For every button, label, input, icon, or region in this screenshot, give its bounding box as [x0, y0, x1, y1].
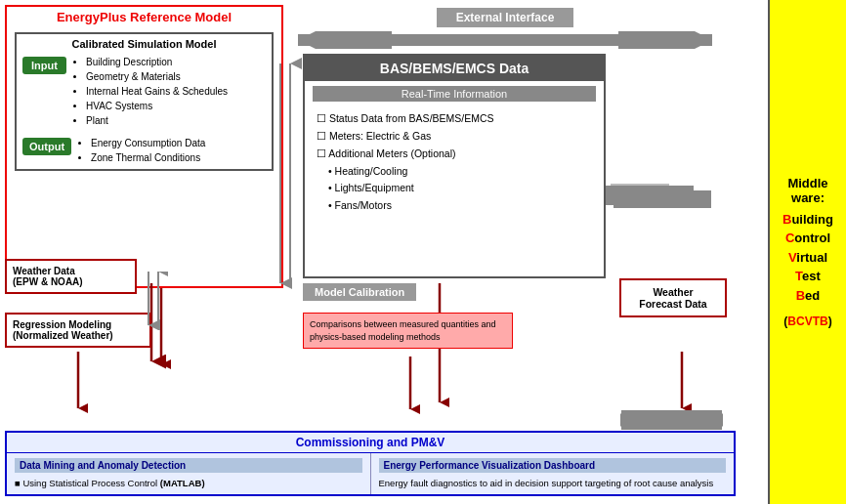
bas-bullet-3: • Fans/Motors	[317, 197, 592, 215]
forecast-comm-arrow	[672, 352, 692, 415]
calibrated-sim-box: Calibrated Simulation Model Input Buildi…	[15, 32, 274, 171]
middleware-bed: Bed	[783, 286, 833, 306]
weather-forecast-line1: Weather	[629, 286, 717, 298]
weather-data-box: Weather Data (EPW & NOAA)	[5, 259, 137, 294]
commissioning-left-title: Data Mining and Anomaly Detection	[15, 458, 362, 473]
commissioning-right-title: Energy Performance Visualization Dashboa…	[379, 458, 727, 473]
commissioning-left: Data Mining and Anomaly Detection ■ Usin…	[7, 453, 371, 494]
external-interface-label: External Interface	[437, 8, 574, 27]
middleware-title: Middle ware:	[775, 176, 841, 205]
commissioning-box: Commissioning and PM&V Data Mining and A…	[5, 431, 736, 496]
commissioning-title: Commissioning and PM&V	[7, 433, 734, 453]
commissioning-body: Data Mining and Anomaly Detection ■ Usin…	[7, 453, 734, 494]
weather-forecast-box: Weather Forecast Data	[619, 278, 727, 317]
bas-content: ☐ Status Data from BAS/BEMS/EMCS ☐ Meter…	[305, 106, 604, 221]
bas-checkbox-3: ☐ Additional Meters (Optional)	[317, 146, 592, 163]
output-badge: Output	[22, 138, 71, 155]
comm-middleware-arrow	[615, 410, 728, 430]
bas-bullet-1: • Heating/Cooling	[317, 163, 592, 181]
output-row: Output Energy Consumption Data Zone Ther…	[22, 136, 266, 165]
commissioning-right: Energy Performance Visualization Dashboa…	[371, 453, 735, 494]
bacnet-right-arrow	[606, 186, 694, 205]
external-interface-arrow	[290, 31, 720, 49]
regression-comm-arrow	[68, 352, 88, 415]
bas-title: BAS/BEMS/EMCS Data	[305, 56, 604, 81]
model-calibration-note: Comparisons between measured quantities …	[303, 313, 513, 349]
output-item-1: Energy Consumption Data	[91, 136, 205, 150]
input-item-4: HVAC Systems	[86, 99, 228, 113]
middleware-test: Test	[783, 267, 833, 286]
sim-bas-arrows	[266, 54, 315, 298]
bas-subtitle: Real-Time Information	[313, 86, 596, 102]
input-badge: Input	[22, 57, 66, 74]
output-item-2: Zone Thermal Conditions	[91, 150, 205, 165]
matlab-text: MATLAB	[163, 478, 201, 488]
middleware-content: Building Control Virtual Test Bed	[783, 210, 833, 306]
ep-title: EnergyPlus Reference Model	[7, 7, 281, 27]
bas-bullet-2: • Lights/Equipment	[317, 180, 592, 197]
weather-arrows	[139, 272, 168, 330]
input-item-3: Internal Heat Gains & Schedules	[86, 84, 228, 99]
output-list: Energy Consumption Data Zone Thermal Con…	[77, 136, 205, 165]
middleware-control: Control	[783, 229, 833, 248]
input-row: Input Building Description Geometry & Ma…	[22, 55, 266, 128]
bcvtb-acronym: (BCVTB)	[783, 315, 831, 328]
model-calibration-label: Model Calibration	[303, 283, 416, 301]
weather-forecast-line2: Forecast Data	[629, 298, 717, 310]
middleware-virtual: Virtual	[783, 248, 833, 268]
energyplus-box: EnergyPlus Reference Model Calibrated Si…	[5, 5, 283, 288]
commissioning-left-content: ■ Using Statistical Process Control (MAT…	[15, 477, 362, 489]
input-list: Building Description Geometry & Material…	[72, 55, 228, 128]
regression-line1: Regression Modeling	[13, 319, 144, 330]
main-diagram: EnergyPlus Reference Model Calibrated Si…	[0, 0, 846, 504]
commissioning-right-content: Energy fault diagnostics to aid in decis…	[379, 477, 727, 489]
middleware-building: Building	[783, 210, 833, 230]
bas-bems-box: BAS/BEMS/EMCS Data Real-Time Information…	[303, 54, 606, 278]
input-item-2: Geometry & Materials	[86, 69, 228, 84]
bas-checkbox-2: ☐ Meters: Electric & Gas	[317, 128, 592, 146]
regression-box: Regression Modeling (Normalized Weather)	[5, 313, 151, 348]
bas-checkbox-1: ☐ Status Data from BAS/BEMS/EMCS	[317, 110, 592, 128]
modelcal-comm-arrow	[401, 357, 420, 415]
diagram-area: EnergyPlus Reference Model Calibrated Si…	[0, 0, 768, 504]
external-interface-area: External Interface	[285, 8, 725, 49]
cal-sim-title: Calibrated Simulation Model	[22, 38, 266, 50]
input-item-5: Plant	[86, 113, 228, 128]
regression-line2: (Normalized Weather)	[13, 330, 144, 341]
weather-data-line1: Weather Data	[13, 266, 129, 276]
weather-data-line2: (EPW & NOAA)	[13, 276, 129, 287]
input-item-1: Building Description	[86, 55, 228, 69]
middleware-panel: Middle ware: Building Control Virtual Te…	[768, 0, 846, 504]
